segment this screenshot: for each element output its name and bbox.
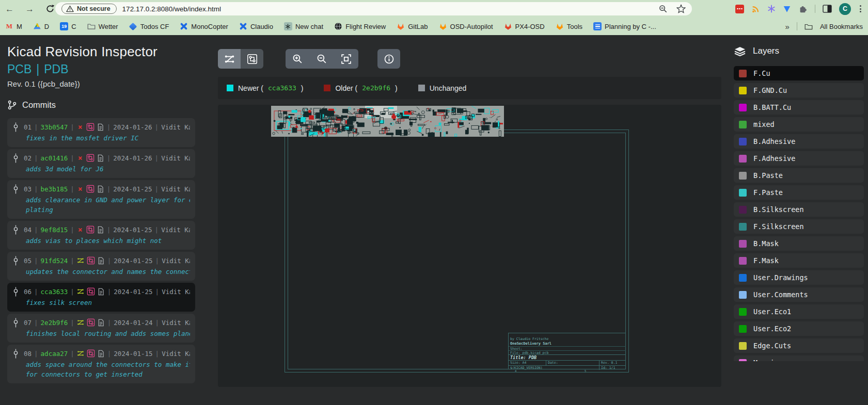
pcb-icon[interactable] [87, 349, 95, 358]
board-view-button[interactable] [241, 49, 263, 69]
pcb-canvas[interactable]: 4 5 by Claudio Fritsche OneSecDelivery S… [218, 105, 721, 387]
zoom-icon[interactable] [659, 5, 668, 13]
pcb-icon[interactable] [87, 318, 95, 327]
diff-icon[interactable] [77, 319, 84, 326]
pcb-icon[interactable] [86, 225, 94, 234]
commit-hash-link[interactable]: 33b0547 [41, 123, 68, 131]
all-bookmarks-button[interactable]: All Bookmarks [820, 23, 863, 30]
zoom-fit-button[interactable] [334, 49, 358, 69]
diff-view-button[interactable] [218, 49, 241, 69]
layer-item[interactable]: F.Paste [734, 185, 864, 200]
commit-hash-link[interactable]: 9ef8d15 [41, 226, 68, 234]
diff-icon[interactable] [77, 288, 84, 295]
layer-item[interactable]: mixed [734, 117, 864, 132]
commit-hash-link[interactable]: ac01416 [41, 154, 68, 162]
layer-item[interactable]: User.Drawings [734, 270, 864, 285]
bookmark-todos-cf[interactable]: Todos CF [129, 22, 169, 30]
document-icon[interactable] [97, 226, 104, 234]
commit-item[interactable]: 04 | 9ef8d15 | × | 2024-01-25 | Vidit Ka… [7, 221, 195, 250]
info-button[interactable] [377, 49, 400, 69]
close-icon[interactable]: × [77, 123, 84, 131]
vimium-icon[interactable] [783, 5, 791, 13]
bookmark-drive[interactable]: D [33, 22, 49, 30]
commit-hash-link[interactable]: 2e2b9f6 [41, 319, 68, 327]
nav-link-pcb[interactable]: PCB [7, 62, 31, 76]
url-bar[interactable]: Not secure 172.17.0.2:8080/web/index.htm… [55, 2, 692, 15]
layer-item[interactable]: B.Adhesive [734, 134, 864, 149]
zoom-out-button[interactable] [310, 49, 334, 69]
asterisk-icon[interactable] [767, 5, 776, 13]
bookmark-tools[interactable]: Tools [556, 22, 582, 30]
bookmark-monocopter[interactable]: MonoCopter [180, 22, 228, 30]
legend-newer: Newer (cca3633) [227, 84, 303, 92]
commit-item[interactable]: 07 | 2e2b9f6 | | 2024-01-24 | Vidit Kat … [7, 314, 195, 343]
commit-item-selected[interactable]: 06 | cca3633 | | 2024-01-25 | Vidit Kat … [7, 283, 195, 312]
close-icon[interactable]: × [77, 225, 84, 234]
commit-item[interactable]: 08 | adcaa27 | | 2024-01-15 | Vidit Kat … [7, 345, 195, 383]
bookmark-calendar[interactable]: 19 C [60, 22, 76, 30]
commit-hash-link[interactable]: be3b185 [41, 185, 68, 193]
layer-item[interactable]: F.Mask [734, 253, 864, 268]
document-icon[interactable] [97, 257, 105, 265]
rss-icon[interactable] [751, 5, 760, 13]
security-chip[interactable]: Not secure [61, 4, 117, 14]
pcb-icon[interactable] [86, 185, 94, 193]
profile-avatar[interactable]: C [839, 3, 851, 15]
layer-item[interactable]: B.Mask [734, 236, 864, 251]
bookmarks-overflow[interactable]: » [785, 22, 790, 31]
layer-item[interactable]: B.BATT.Cu [734, 100, 864, 115]
commit-hash-link[interactable]: cca3633 [41, 288, 68, 296]
layer-item-selected[interactable]: F.Cu [734, 66, 864, 80]
kebab-menu-icon[interactable] [858, 5, 863, 12]
layer-item[interactable]: F.Silkscreen [734, 219, 864, 234]
bookmark-px4-osd[interactable]: PX4-OSD [504, 22, 545, 30]
pcb-icon[interactable] [87, 287, 95, 296]
document-icon[interactable] [97, 154, 104, 162]
document-icon[interactable] [97, 123, 104, 131]
reload-icon[interactable] [45, 4, 55, 13]
close-icon[interactable]: × [77, 185, 84, 193]
forward-icon[interactable]: → [25, 5, 34, 13]
layer-item[interactable]: Margin [734, 355, 864, 361]
back-icon[interactable]: ← [5, 5, 14, 13]
layer-item[interactable]: User.Eco2 [734, 321, 864, 336]
puzzle-icon[interactable] [798, 4, 808, 13]
document-icon[interactable] [97, 319, 105, 327]
pcb-icon[interactable] [87, 256, 95, 265]
layer-item[interactable]: F.Adhesive [734, 151, 864, 166]
bookmark-claudio[interactable]: Claudio [239, 22, 273, 30]
commit-item[interactable]: 01 | 33b0547 | × | 2024-01-26 | Vidit Ka… [7, 118, 195, 147]
nav-link-pdb[interactable]: PDB [44, 62, 68, 76]
layer-item[interactable]: B.Silkscreen [734, 202, 864, 217]
document-icon[interactable] [97, 185, 104, 193]
commit-hash-link[interactable]: adcaa27 [41, 350, 68, 358]
commit-hash-link[interactable]: 91fd524 [41, 257, 68, 265]
diff-icon[interactable] [77, 350, 84, 357]
layer-item[interactable]: Edge.Cuts [734, 338, 864, 353]
commit-item[interactable]: 05 | 91fd524 | | 2024-01-25 | Vidit Kat … [7, 252, 195, 281]
bookmark-wetter[interactable]: Wetter [87, 22, 118, 30]
layer-item[interactable]: F.GND.Cu [734, 83, 864, 98]
side-panel-icon[interactable] [823, 5, 832, 13]
bookmark-gmail[interactable]: M M [5, 22, 22, 30]
bookmark-osd-autopilot[interactable]: OSD-Autopilot [439, 22, 493, 30]
commit-item[interactable]: 03 | be3b185 | × | 2024-01-25 | Vidit Ka… [7, 180, 195, 219]
layer-item[interactable]: User.Eco1 [734, 304, 864, 319]
diff-icon[interactable] [77, 257, 84, 264]
commit-item[interactable]: 02 | ac01416 | × | 2024-01-26 | Vidit Ka… [7, 149, 195, 178]
bookmark-gitlab[interactable]: GitLab [397, 22, 428, 30]
close-icon[interactable]: × [77, 154, 84, 162]
pcb-icon[interactable] [86, 123, 94, 131]
layer-item[interactable]: B.Paste [734, 168, 864, 183]
bookmark-flight-review[interactable]: Flight Review [334, 22, 386, 30]
adblock-icon[interactable] [735, 5, 744, 13]
pcb-icon[interactable] [86, 154, 94, 162]
star-icon[interactable] [676, 4, 686, 13]
layer-item[interactable]: User.Comments [734, 287, 864, 302]
document-icon[interactable] [97, 350, 105, 358]
bookmark-planning[interactable]: Planning by C -... [593, 22, 656, 30]
bookmark-new-chat[interactable]: New chat [284, 22, 323, 30]
layer-swatch [739, 359, 747, 362]
zoom-in-button[interactable] [286, 49, 310, 69]
document-icon[interactable] [97, 288, 105, 296]
